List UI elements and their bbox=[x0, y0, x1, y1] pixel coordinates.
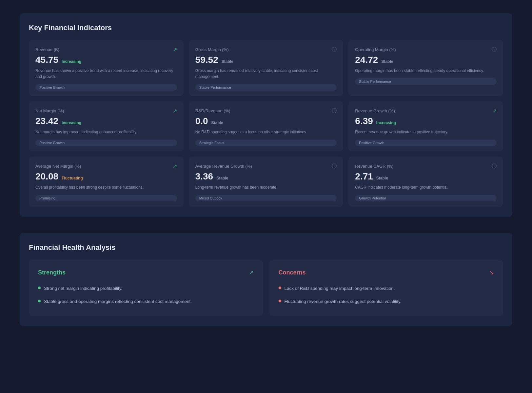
card-trend-net-margin: Increasing bbox=[62, 121, 81, 125]
concerns-title: Concerns bbox=[279, 269, 306, 276]
card-badge-net-margin: Positive Growth bbox=[35, 140, 177, 146]
card-badge-avg-net-margin: Promising bbox=[35, 195, 177, 201]
card-trend-operating-margin: Stable bbox=[381, 59, 393, 64]
kfi-card-revenue-cagr: Revenue CAGR (%) ⓘ 2.71 Stable CAGR indi… bbox=[348, 157, 503, 207]
card-value-revenue-cagr: 2.71 bbox=[355, 171, 373, 182]
card-desc-avg-net-margin: Overall profitability has been strong de… bbox=[35, 184, 177, 190]
card-value-row-operating-margin: 24.72 Stable bbox=[355, 55, 497, 65]
strength-text-0: Strong net margin indicating profitabili… bbox=[44, 285, 122, 292]
revenue-growth-icon: ↗ bbox=[492, 108, 497, 114]
card-value-revenue-growth: 6.39 bbox=[355, 116, 373, 126]
card-value-net-margin: 23.42 bbox=[35, 116, 58, 126]
kfi-card-avg-revenue-growth: Average Revenue Growth (%) ⓘ 3.36 Stable… bbox=[189, 157, 344, 207]
revenue-cagr-icon: ⓘ bbox=[492, 163, 497, 169]
card-trend-gross-margin: Stable bbox=[222, 59, 233, 64]
concern-dot-1 bbox=[279, 300, 281, 302]
card-badge-revenue-cagr: Growth Potential bbox=[355, 195, 497, 201]
card-value-row-avg-revenue-growth: 3.36 Stable bbox=[195, 171, 337, 182]
card-header-avg-revenue-growth: Average Revenue Growth (%) ⓘ bbox=[195, 163, 337, 169]
card-value-gross-margin: 59.52 bbox=[195, 55, 218, 65]
card-badge-operating-margin: Stable Performance bbox=[355, 78, 497, 85]
card-value-row-gross-margin: 59.52 Stable bbox=[195, 55, 337, 65]
concerns-header: Concerns ↘ bbox=[279, 269, 494, 276]
net-margin-icon: ↗ bbox=[173, 108, 177, 114]
card-value-revenue: 45.75 bbox=[35, 55, 58, 65]
card-value-row-rd-revenue: 0.0 Stable bbox=[195, 116, 337, 126]
card-header-revenue: Revenue (B) ↗ bbox=[35, 47, 177, 53]
card-header-operating-margin: Operating Margin (%) ⓘ bbox=[355, 47, 497, 53]
kfi-card-rd-revenue: R&D/Revenue (%) ⓘ 0.0 Stable No R&D spen… bbox=[189, 101, 344, 151]
card-desc-avg-revenue-growth: Long-term revenue growth has been modera… bbox=[195, 184, 337, 190]
card-trend-revenue-growth: Increasing bbox=[376, 121, 396, 125]
operating-margin-icon: ⓘ bbox=[492, 47, 497, 53]
kfi-grid: Revenue (B) ↗ 45.75 Increasing Revenue h… bbox=[29, 40, 503, 207]
concerns-icon: ↘ bbox=[489, 269, 494, 276]
card-header-gross-margin: Gross Margin (%) ⓘ bbox=[195, 47, 337, 53]
strengths-list: Strong net margin indicating profitabili… bbox=[38, 285, 254, 305]
strength-item-0: Strong net margin indicating profitabili… bbox=[38, 285, 254, 292]
concern-item-1: Fluctuating revenue growth rates suggest… bbox=[279, 298, 494, 305]
card-value-row-revenue-cagr: 2.71 Stable bbox=[355, 171, 497, 182]
avg-net-margin-icon: ↗ bbox=[173, 163, 177, 169]
strengths-icon: ↗ bbox=[249, 269, 254, 276]
avg-revenue-growth-icon: ⓘ bbox=[332, 163, 337, 169]
card-header-rd-revenue: R&D/Revenue (%) ⓘ bbox=[195, 108, 337, 114]
card-header-revenue-cagr: Revenue CAGR (%) ⓘ bbox=[355, 163, 497, 169]
kfi-card-revenue-growth: Revenue Growth (%) ↗ 6.39 Increasing Rec… bbox=[348, 101, 503, 151]
card-trend-avg-net-margin: Fluctuating bbox=[62, 176, 83, 180]
card-badge-revenue-growth: Positive Growth bbox=[355, 140, 497, 146]
card-value-row-revenue: 45.75 Increasing bbox=[35, 55, 177, 65]
card-header-revenue-growth: Revenue Growth (%) ↗ bbox=[355, 108, 497, 114]
card-desc-revenue-growth: Recent revenue growth indicates a positi… bbox=[355, 129, 497, 135]
card-badge-revenue: Positive Growth bbox=[35, 84, 177, 91]
kfi-card-revenue: Revenue (B) ↗ 45.75 Increasing Revenue h… bbox=[29, 40, 184, 96]
card-title-net-margin: Net Margin (%) bbox=[35, 108, 64, 113]
card-value-rd-revenue: 0.0 bbox=[195, 116, 208, 126]
card-desc-gross-margin: Gross margin has remained relatively sta… bbox=[195, 68, 337, 80]
revenue-icon: ↗ bbox=[173, 47, 177, 53]
card-title-gross-margin: Gross Margin (%) bbox=[195, 47, 229, 52]
card-trend-rd-revenue: Stable bbox=[211, 121, 223, 125]
strength-text-1: Stable gross and operating margins refle… bbox=[44, 298, 192, 305]
kfi-title: Key Financial Indicators bbox=[29, 24, 503, 32]
fha-grid: Strengths ↗ Strong net margin indicating… bbox=[29, 260, 503, 316]
card-title-rd-revenue: R&D/Revenue (%) bbox=[195, 108, 230, 113]
card-trend-revenue: Increasing bbox=[62, 59, 81, 64]
card-value-row-revenue-growth: 6.39 Increasing bbox=[355, 116, 497, 126]
card-badge-gross-margin: Stable Performance bbox=[195, 84, 337, 91]
strengths-title: Strengths bbox=[38, 269, 66, 276]
strengths-header: Strengths ↗ bbox=[38, 269, 254, 276]
card-title-revenue-cagr: Revenue CAGR (%) bbox=[355, 164, 393, 169]
kfi-card-net-margin: Net Margin (%) ↗ 23.42 Increasing Net ma… bbox=[29, 101, 184, 151]
concerns-list: Lack of R&D spending may impact long-ter… bbox=[279, 285, 494, 305]
card-title-operating-margin: Operating Margin (%) bbox=[355, 47, 396, 52]
card-desc-revenue-cagr: CAGR indicates moderate long-term growth… bbox=[355, 184, 497, 190]
card-value-operating-margin: 24.72 bbox=[355, 55, 378, 65]
card-title-avg-revenue-growth: Average Revenue Growth (%) bbox=[195, 164, 252, 169]
card-trend-revenue-cagr: Stable bbox=[376, 176, 388, 180]
rd-revenue-icon: ⓘ bbox=[332, 108, 337, 114]
card-title-revenue-growth: Revenue Growth (%) bbox=[355, 108, 395, 113]
card-header-net-margin: Net Margin (%) ↗ bbox=[35, 108, 177, 114]
kfi-card-avg-net-margin: Average Net Margin (%) ↗ 20.08 Fluctuati… bbox=[29, 157, 184, 207]
card-header-avg-net-margin: Average Net Margin (%) ↗ bbox=[35, 163, 177, 169]
card-title-revenue: Revenue (B) bbox=[35, 47, 59, 52]
card-desc-revenue: Revenue has shown a positive trend with … bbox=[35, 68, 177, 80]
concern-dot-0 bbox=[279, 287, 281, 289]
card-value-row-net-margin: 23.42 Increasing bbox=[35, 116, 177, 126]
card-badge-avg-revenue-growth: Mixed Outlook bbox=[195, 195, 337, 201]
fha-title: Financial Health Analysis bbox=[29, 243, 503, 252]
fha-section: Financial Health Analysis Strengths ↗ St… bbox=[20, 233, 512, 326]
strength-dot-1 bbox=[38, 300, 41, 302]
card-title-avg-net-margin: Average Net Margin (%) bbox=[35, 164, 81, 169]
kfi-card-gross-margin: Gross Margin (%) ⓘ 59.52 Stable Gross ma… bbox=[189, 40, 344, 96]
strength-dot-0 bbox=[38, 287, 41, 289]
card-value-avg-revenue-growth: 3.36 bbox=[195, 171, 213, 182]
card-value-row-avg-net-margin: 20.08 Fluctuating bbox=[35, 171, 177, 182]
card-desc-net-margin: Net margin has improved, indicating enha… bbox=[35, 129, 177, 135]
strengths-card: Strengths ↗ Strong net margin indicating… bbox=[29, 260, 263, 316]
kfi-card-operating-margin: Operating Margin (%) ⓘ 24.72 Stable Oper… bbox=[348, 40, 503, 96]
card-badge-rd-revenue: Strategic Focus bbox=[195, 140, 337, 146]
strength-item-1: Stable gross and operating margins refle… bbox=[38, 298, 254, 305]
concern-text-0: Lack of R&D spending may impact long-ter… bbox=[285, 285, 395, 292]
